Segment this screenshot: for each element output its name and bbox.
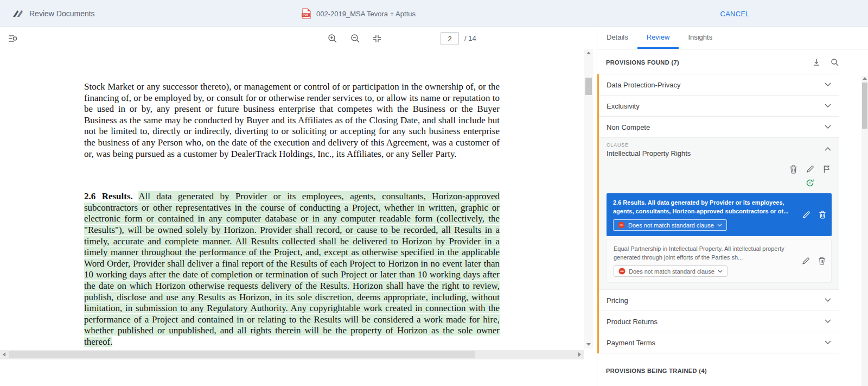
chevron-down-icon[interactable] xyxy=(825,83,831,87)
scroll-left-arrow[interactable] xyxy=(3,352,5,357)
file-name: 002-2019_MSA Tevora + Apttus xyxy=(316,10,416,18)
vertical-scroll-thumb[interactable] xyxy=(585,78,592,95)
match-status-label: Does not match standard clause xyxy=(629,268,714,275)
no-match-icon xyxy=(618,222,625,229)
provision-item-payment-terms[interactable]: Payment Terms xyxy=(599,332,839,353)
edit-provision-icon[interactable] xyxy=(806,165,814,174)
clause-kicker: CLAUSE xyxy=(607,142,831,148)
retrain-icon[interactable] xyxy=(806,179,814,187)
search-icon[interactable] xyxy=(831,58,839,67)
provision-item-data-protection[interactable]: Data Protection-Privacy xyxy=(599,74,839,96)
highlighted-clause-text: All data generated by Provider or its em… xyxy=(84,191,500,347)
delete-clause-icon[interactable] xyxy=(819,211,826,219)
top-bar: Review Documents PDF 002-2019_MSA Tevora… xyxy=(0,0,868,27)
provision-item-product-returns[interactable]: Product Returns xyxy=(599,311,839,332)
top-bar-left: Review Documents xyxy=(12,0,95,27)
match-status-dropdown[interactable]: Does not match standard clause xyxy=(614,265,727,277)
document-paragraph-results: 2.6 Results. All data generated by Provi… xyxy=(84,191,500,347)
edit-clause-icon[interactable] xyxy=(802,211,810,219)
document-paragraph: Stock Market or any successor thereto), … xyxy=(84,81,500,160)
provisions-trained-label: PROVISIONS BEING TRAINED (4) xyxy=(606,368,707,374)
zoom-in-icon[interactable] xyxy=(328,34,337,43)
zoom-out-icon[interactable] xyxy=(350,34,360,43)
page-total-label: / 14 xyxy=(464,34,476,42)
chevron-down-icon xyxy=(717,224,722,227)
tab-details[interactable]: Details xyxy=(597,27,637,49)
chevron-down-icon xyxy=(718,270,723,273)
document-horizontal-scrollbar[interactable] xyxy=(0,350,584,359)
chevron-down-icon[interactable] xyxy=(825,125,831,129)
app-icon xyxy=(12,9,23,18)
clause-card-selected[interactable]: 2.6 Results. All data generated by Provi… xyxy=(607,193,832,236)
page-number-input[interactable] xyxy=(441,32,459,45)
chevron-down-icon[interactable] xyxy=(825,298,831,302)
chevron-up-icon[interactable] xyxy=(825,147,831,151)
flag-provision-icon[interactable] xyxy=(823,165,831,174)
provision-train-row xyxy=(599,174,839,187)
panel-content: PROVISIONS FOUND (7) Data Protection-Pri… xyxy=(597,49,839,382)
fit-page-icon[interactable] xyxy=(372,34,382,43)
provision-actions xyxy=(599,160,839,174)
clause-heading: 2.6 Results. xyxy=(84,191,133,201)
svg-text:PDF: PDF xyxy=(303,13,309,16)
provision-item-non-compete[interactable]: Non Compete xyxy=(599,117,839,138)
provision-item-pricing[interactable]: Pricing xyxy=(599,290,839,311)
clause-cards: 2.6 Results. All data generated by Provi… xyxy=(599,187,839,289)
provisions-trained-header: PROVISIONS BEING TRAINED (4) xyxy=(597,353,839,382)
clause-card-text: 2.6 Results. All data generated by Provi… xyxy=(613,199,796,216)
sidebar-toggle-icon[interactable] xyxy=(8,34,17,43)
edit-clause-icon[interactable] xyxy=(802,257,810,265)
pdf-icon: PDF xyxy=(302,8,311,19)
match-status-label: Does not match standard clause xyxy=(628,222,714,229)
delete-clause-icon[interactable] xyxy=(818,257,826,265)
expanded-provision-title: Intellectual Property Rights xyxy=(607,149,831,157)
clause-card-actions xyxy=(796,199,826,231)
document-file: PDF 002-2019_MSA Tevora + Apttus xyxy=(302,0,416,27)
panel-scrollbar[interactable] xyxy=(861,76,868,386)
provisions-list: Data Protection-Privacy Exclusivity Non … xyxy=(597,74,839,353)
document-viewer: / 14 Stock Market or any successor there… xyxy=(0,27,597,386)
panel-scroll-up-arrow[interactable] xyxy=(863,77,867,80)
scroll-right-arrow[interactable] xyxy=(578,352,581,357)
provision-item-ip-rights-expanded: CLAUSE Intellectual Property Rights xyxy=(599,138,839,290)
clause-card[interactable]: Equal Partnership in Intellectual Proper… xyxy=(607,239,832,283)
review-panel: Details Review Insights PROVISIONS FOUND… xyxy=(597,27,868,386)
chevron-down-icon[interactable] xyxy=(825,340,831,345)
scroll-up-arrow[interactable] xyxy=(586,52,591,54)
provisions-found-label: PROVISIONS FOUND (7) xyxy=(606,59,679,66)
panel-tabs: Details Review Insights xyxy=(597,27,868,49)
page-title: Review Documents xyxy=(29,9,95,18)
provisions-found-header: PROVISIONS FOUND (7) xyxy=(597,49,839,74)
clause-card-actions xyxy=(795,245,826,277)
expanded-provision-header[interactable]: CLAUSE Intellectual Property Rights xyxy=(599,138,839,160)
no-match-icon xyxy=(618,268,626,275)
cancel-button[interactable]: CANCEL xyxy=(720,0,750,27)
main-area: / 14 Stock Market or any successor there… xyxy=(0,27,868,386)
chevron-down-icon[interactable] xyxy=(825,319,831,324)
panel-body: PROVISIONS FOUND (7) Data Protection-Pri… xyxy=(597,49,868,386)
scroll-down-arrow[interactable] xyxy=(586,343,591,346)
tab-insights[interactable]: Insights xyxy=(679,27,722,49)
chevron-down-icon[interactable] xyxy=(825,104,831,108)
horizontal-scroll-thumb[interactable] xyxy=(9,351,475,358)
provision-item-exclusivity[interactable]: Exclusivity xyxy=(599,96,839,117)
delete-provision-icon[interactable] xyxy=(789,165,797,174)
panel-scroll-thumb[interactable] xyxy=(862,83,867,129)
import-icon[interactable] xyxy=(812,58,821,67)
tab-review[interactable]: Review xyxy=(637,27,679,49)
document-vertical-scrollbar[interactable] xyxy=(584,49,593,349)
clause-card-text: Equal Partnership in Intellectual Proper… xyxy=(614,245,795,262)
document-page: Stock Market or any successor thereto), … xyxy=(84,81,500,358)
match-status-dropdown[interactable]: Does not match standard clause xyxy=(613,219,727,231)
